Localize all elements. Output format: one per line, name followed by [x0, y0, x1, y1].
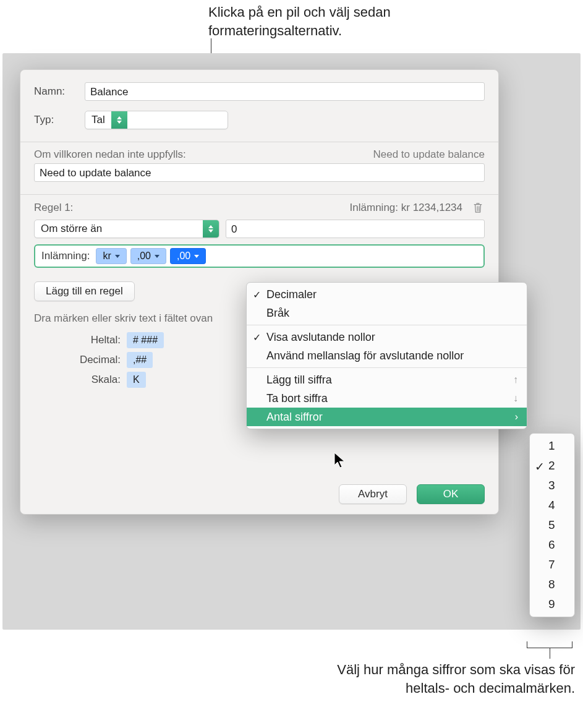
bracket-icon [527, 641, 572, 651]
decimal-token[interactable]: ,00 [130, 248, 166, 264]
menu-item-label: Decimaler [266, 288, 317, 301]
annotation-bottom: Välj hur många siffror som ska visas för… [328, 661, 575, 697]
format-field[interactable]: Inlämning: kr ,00 ,00 [34, 244, 485, 268]
type-select-value: Tal [85, 111, 111, 129]
type-select[interactable]: Tal [85, 111, 228, 129]
decimal-token-palette[interactable]: ,## [127, 352, 153, 368]
arrow-up-icon: ↑ [513, 374, 518, 385]
decimal-token-active[interactable]: ,00 [170, 248, 206, 264]
skala-label: Skala: [34, 374, 121, 386]
submenu-item-label: 9 [548, 597, 555, 611]
submenu-item-label: 2 [548, 459, 555, 473]
submenu-item-label: 4 [548, 499, 555, 512]
stepper-icon [203, 220, 219, 238]
submenu-item-9[interactable]: 9 [530, 594, 574, 614]
divider [20, 194, 498, 195]
menu-item-visa-nollor[interactable]: ✓ Visa avslutande nollor [247, 328, 527, 346]
check-icon: ✓ [535, 460, 545, 474]
menu-item-decimaler[interactable]: ✓ Decimaler [247, 285, 527, 304]
menu-item-brak[interactable]: Bråk [247, 304, 527, 322]
submenu-item-label: 5 [548, 518, 555, 532]
condition-header: Om villkoren nedan inte uppfylls: Need t… [20, 148, 498, 161]
format-field-label: Inlämning: [39, 250, 92, 262]
add-rule-button[interactable]: Lägg till en regel [34, 281, 135, 301]
decimal-label: Decimal: [34, 354, 121, 366]
submenu-item-2[interactable]: ✓2 [530, 456, 574, 476]
submenu-item-1[interactable]: 1 [530, 436, 574, 456]
menu-item-mellanslag-nollor[interactable]: Använd mellanslag för avslutande nollor [247, 346, 527, 365]
submenu-item-4[interactable]: 4 [530, 495, 574, 515]
chevron-right-icon: › [515, 411, 518, 422]
menu-separator [247, 367, 527, 368]
rule-value-input[interactable]: 0 [226, 220, 485, 238]
submenu-item-5[interactable]: 5 [530, 515, 574, 535]
divider [20, 142, 498, 142]
desktop-bg: Namn: Balance Typ: Tal Om villkoren neda… [2, 53, 581, 630]
menu-item-label: Visa avslutande nollor [266, 331, 375, 344]
submenu-item-label: 8 [548, 578, 555, 591]
digit-count-submenu: 1✓23456789 [529, 433, 575, 617]
heltal-label: Heltal: [34, 334, 121, 346]
ok-button[interactable]: OK [417, 484, 485, 504]
rule1-label: Regel 1: [34, 202, 73, 214]
submenu-item-label: 1 [548, 439, 555, 453]
submenu-item-3[interactable]: 3 [530, 476, 574, 495]
menu-separator [247, 325, 527, 325]
menu-item-antal-siffror[interactable]: Antal siffror › [247, 408, 527, 426]
submenu-item-6[interactable]: 6 [530, 535, 574, 555]
type-label: Typ: [34, 114, 85, 126]
menu-item-label: Antal siffror [266, 411, 323, 424]
submenu-item-label: 6 [548, 538, 555, 552]
menu-item-lagg-till-siffra[interactable]: Lägg till siffra ↑ [247, 370, 527, 389]
check-icon: ✓ [253, 289, 261, 301]
stepper-icon [111, 111, 127, 129]
condition-input[interactable]: Need to update balance [34, 163, 485, 182]
menu-item-ta-bort-siffra[interactable]: Ta bort siffra ↓ [247, 389, 527, 408]
submenu-item-8[interactable]: 8 [530, 575, 574, 594]
condition-preview: Need to update balance [373, 148, 485, 161]
currency-token[interactable]: kr [96, 248, 126, 264]
annotation-top: Klicka på en pil och välj sedan formater… [208, 3, 468, 40]
arrow-down-icon: ↓ [513, 393, 518, 404]
row-type: Typ: Tal [20, 107, 498, 133]
submenu-item-label: 7 [548, 558, 555, 572]
rule-operator-select[interactable]: Om större än [34, 220, 219, 238]
menu-item-label: Använd mellanslag för avslutande nollor [266, 349, 464, 362]
submenu-item-7[interactable]: 7 [530, 555, 574, 575]
condition-label: Om villkoren nedan inte uppfylls: [34, 148, 186, 161]
name-label: Namn: [34, 85, 85, 98]
format-context-menu: ✓ Decimaler Bråk ✓ Visa avslutande nollo… [246, 282, 527, 429]
trash-icon[interactable] [471, 201, 485, 215]
check-icon: ✓ [253, 332, 261, 343]
menu-item-label: Lägg till siffra [266, 374, 332, 387]
menu-item-label: Bråk [266, 307, 289, 320]
heltal-token[interactable]: # ### [127, 332, 164, 348]
submenu-item-label: 3 [548, 479, 555, 492]
rule1-preview: Inlämning: kr 1234,1234 [350, 202, 462, 214]
skala-token[interactable]: K [127, 372, 146, 388]
rule-operator-value: Om större än [35, 220, 203, 238]
row-name: Namn: Balance [20, 79, 498, 105]
cancel-button[interactable]: Avbryt [339, 484, 407, 504]
menu-item-label: Ta bort siffra [266, 392, 328, 405]
name-input[interactable]: Balance [85, 82, 485, 101]
